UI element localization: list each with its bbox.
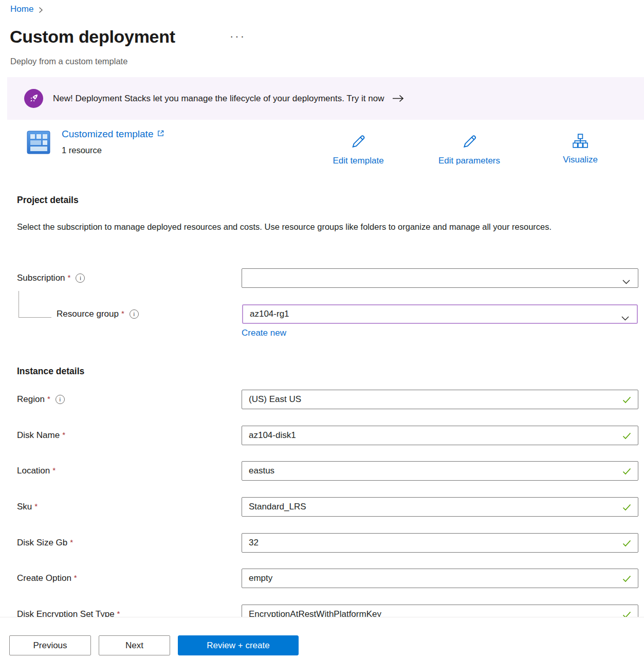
disk-name-value: az104-disk1 (249, 430, 296, 441)
valid-check-icon (622, 575, 631, 585)
region-value: (US) East US (249, 394, 301, 405)
edit-parameters-label: Edit parameters (438, 156, 500, 166)
create-option-label: Create Option* (17, 573, 77, 583)
required-asterisk: * (121, 309, 124, 318)
valid-check-icon (622, 539, 631, 550)
rocket-icon (24, 89, 43, 108)
external-link-icon (157, 129, 164, 140)
required-asterisk: * (34, 502, 38, 510)
field-connector-line (19, 291, 51, 318)
customized-template-link[interactable]: Customized template (62, 129, 164, 140)
template-icon (27, 131, 50, 156)
banner-text: New! Deployment Stacks let you manage th… (53, 94, 384, 104)
custom-deployment-page: Home Custom deployment ··· Deploy from a… (0, 0, 644, 658)
subscription-dropdown[interactable] (242, 268, 638, 288)
subscription-label: Subscription * i (17, 273, 85, 283)
required-asterisk: * (47, 394, 50, 403)
review-create-button[interactable]: Review + create (178, 635, 299, 655)
edit-template-label: Edit template (333, 156, 383, 166)
resource-group-label: Resource group * i (57, 309, 139, 319)
valid-check-icon (622, 396, 631, 406)
required-asterisk: * (117, 609, 120, 618)
required-asterisk: * (62, 430, 65, 439)
project-details-heading: Project details (17, 195, 79, 206)
next-button[interactable]: Next (99, 635, 170, 655)
create-option-value: empty (249, 573, 272, 583)
page-subtitle: Deploy from a custom template (10, 57, 127, 66)
location-input[interactable]: eastus (242, 461, 638, 481)
required-asterisk: * (70, 538, 73, 546)
edit-template-button[interactable]: Edit template (333, 134, 383, 166)
required-asterisk: * (68, 273, 71, 282)
sku-input[interactable]: Standard_LRS (242, 497, 638, 517)
disk-size-gb-label: Disk Size Gb* (17, 538, 73, 548)
disk-size-gb-input[interactable]: 32 (242, 533, 638, 553)
page-title: Custom deployment (10, 27, 175, 47)
chevron-right-icon (39, 7, 43, 13)
disk-name-label: Disk Name* (17, 430, 65, 441)
pencil-icon (462, 134, 477, 152)
info-icon[interactable]: i (56, 395, 65, 404)
valid-check-icon (622, 432, 631, 442)
required-asterisk: * (74, 573, 77, 582)
pencil-icon (350, 134, 366, 152)
more-actions-ellipsis-icon[interactable]: ··· (230, 30, 246, 43)
region-label: Region*i (17, 394, 65, 405)
chevron-down-icon (622, 277, 630, 287)
deployment-stacks-banner[interactable]: New! Deployment Stacks let you manage th… (7, 77, 644, 120)
edit-parameters-button[interactable]: Edit parameters (438, 134, 500, 166)
region-input[interactable]: (US) East US (242, 390, 638, 409)
arrow-right-icon[interactable] (392, 95, 404, 102)
resource-group-dropdown[interactable]: az104-rg1 (242, 304, 638, 324)
resource-group-value: az104-rg1 (250, 309, 289, 319)
breadcrumb: Home (10, 4, 43, 14)
previous-button[interactable]: Previous (9, 635, 91, 655)
location-label: Location* (17, 466, 56, 476)
disk-name-input[interactable]: az104-disk1 (242, 426, 638, 445)
location-value: eastus (249, 466, 274, 476)
footer-bar: Previous Next Review + create (0, 617, 644, 658)
info-icon[interactable]: i (130, 309, 139, 319)
breadcrumb-home-link[interactable]: Home (10, 4, 33, 14)
instance-details-heading: Instance details (17, 366, 84, 377)
required-asterisk: * (52, 466, 56, 474)
chevron-down-icon (621, 313, 629, 323)
disk-size-gb-value: 32 (249, 538, 259, 548)
sku-value: Standard_LRS (249, 502, 306, 512)
valid-check-icon (622, 503, 631, 514)
visualize-button[interactable]: Visualize (563, 134, 598, 165)
project-details-description: Select the subscription to manage deploy… (17, 219, 608, 235)
create-new-link[interactable]: Create new (242, 328, 286, 338)
valid-check-icon (622, 467, 631, 478)
visualize-label: Visualize (563, 155, 598, 165)
customized-template-label: Customized template (62, 129, 153, 140)
sku-label: Sku* (17, 502, 38, 512)
hierarchy-icon (573, 134, 588, 151)
info-icon[interactable]: i (76, 273, 85, 283)
resource-count: 1 resource (62, 145, 102, 155)
create-option-input[interactable]: empty (242, 569, 638, 588)
